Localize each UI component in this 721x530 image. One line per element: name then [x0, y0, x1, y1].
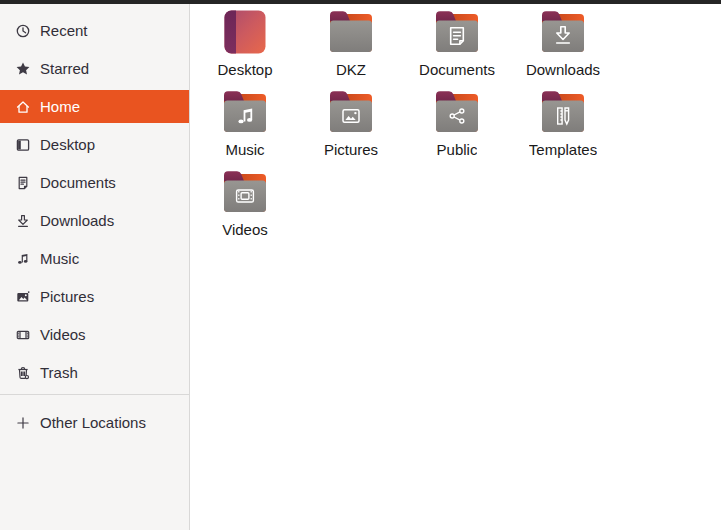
folder-name: Videos: [222, 221, 268, 238]
sidebar-item-other-locations[interactable]: Other Locations: [0, 406, 189, 439]
desktop-folder-icon: [221, 8, 269, 56]
folder-item-downloads[interactable]: Downloads: [510, 8, 616, 88]
sidebar-item-label: Music: [40, 250, 79, 267]
clock-icon: [15, 23, 31, 39]
sidebar-item-documents[interactable]: Documents: [0, 166, 189, 199]
sidebar-item-label: Starred: [40, 60, 89, 77]
desktop-icon: [15, 137, 31, 153]
music-folder-icon: [221, 88, 269, 136]
folder-item-pictures[interactable]: Pictures: [298, 88, 404, 168]
sidebar-item-label: Desktop: [40, 136, 95, 153]
documents-icon: [15, 175, 31, 191]
folder-name: Pictures: [324, 141, 378, 158]
folder-name: DKZ: [336, 61, 366, 78]
folder-name: Downloads: [526, 61, 600, 78]
videos-icon: [15, 327, 31, 343]
downloads-icon: [15, 213, 31, 229]
sidebar-item-label: Home: [40, 98, 80, 115]
file-manager-window: Recent Starred Home Desktop: [0, 0, 721, 530]
trash-icon: [15, 365, 31, 381]
folder-name: Public: [437, 141, 478, 158]
sidebar-item-videos[interactable]: Videos: [0, 318, 189, 351]
sidebar-item-recent[interactable]: Recent: [0, 14, 189, 47]
sidebar-item-desktop[interactable]: Desktop: [0, 128, 189, 161]
sidebar-item-label: Videos: [40, 326, 86, 343]
places-sidebar: Recent Starred Home Desktop: [0, 4, 190, 530]
files-grid: Desktop DKZ: [190, 4, 721, 248]
sidebar-item-pictures[interactable]: Pictures: [0, 280, 189, 313]
public-folder-icon: [433, 88, 481, 136]
sidebar-item-trash[interactable]: Trash: [0, 356, 189, 389]
sidebar-item-label: Trash: [40, 364, 78, 381]
videos-folder-icon: [221, 168, 269, 216]
folder-name: Documents: [419, 61, 495, 78]
sidebar-separator: [0, 394, 189, 395]
sidebar-item-label: Pictures: [40, 288, 94, 305]
home-icon: [15, 99, 31, 115]
folder-item-videos[interactable]: Videos: [192, 168, 298, 248]
star-icon: [15, 61, 31, 77]
pictures-icon: [15, 289, 31, 305]
sidebar-item-music[interactable]: Music: [0, 242, 189, 275]
folder-item-documents[interactable]: Documents: [404, 8, 510, 88]
plus-icon: [15, 415, 31, 431]
files-view: Desktop DKZ: [190, 4, 721, 530]
documents-folder-icon: [433, 8, 481, 56]
plain-folder-icon: [327, 8, 375, 56]
sidebar-item-starred[interactable]: Starred: [0, 52, 189, 85]
sidebar-item-label: Other Locations: [40, 414, 146, 431]
sidebar-item-label: Documents: [40, 174, 116, 191]
downloads-folder-icon: [539, 8, 587, 56]
folder-name: Templates: [529, 141, 597, 158]
folder-item-dkz[interactable]: DKZ: [298, 8, 404, 88]
templates-folder-icon: [539, 88, 587, 136]
sidebar-item-downloads[interactable]: Downloads: [0, 204, 189, 237]
folder-name: Desktop: [217, 61, 272, 78]
folder-item-music[interactable]: Music: [192, 88, 298, 168]
folder-item-public[interactable]: Public: [404, 88, 510, 168]
folder-name: Music: [225, 141, 264, 158]
folder-item-desktop[interactable]: Desktop: [192, 8, 298, 88]
sidebar-item-home[interactable]: Home: [0, 90, 189, 123]
folder-item-templates[interactable]: Templates: [510, 88, 616, 168]
sidebar-item-label: Recent: [40, 22, 88, 39]
pictures-folder-icon: [327, 88, 375, 136]
music-icon: [15, 251, 31, 267]
sidebar-item-label: Downloads: [40, 212, 114, 229]
